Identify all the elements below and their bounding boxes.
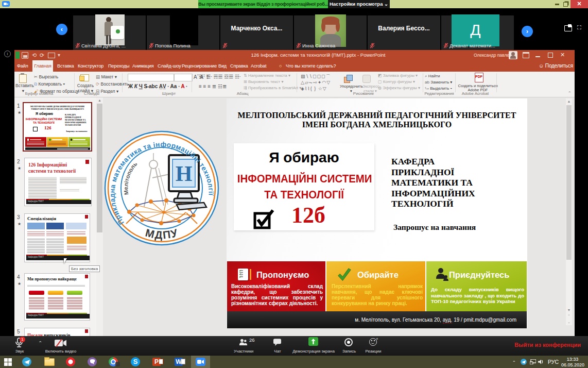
svg-text:Н: Н <box>176 162 193 186</box>
